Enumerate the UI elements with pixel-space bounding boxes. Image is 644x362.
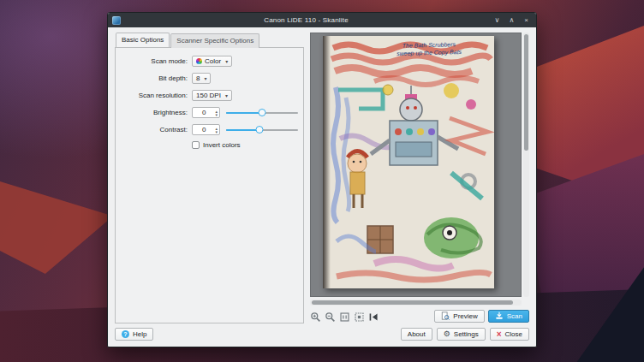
vertical-scrollbar-thumb[interactable] [524,34,528,151]
scan-icon [495,312,504,320]
contrast-slider[interactable] [226,124,298,135]
scan-mode-label: Scan mode: [121,57,188,65]
crayon-drawing [323,36,494,288]
tab-scanner-specific-options[interactable]: Scanner Specific Options [170,33,259,48]
help-button-label: Help [133,330,146,338]
scan-mode-value: Color [205,57,221,65]
brightness-spinbox[interactable]: 0 ▴▾ [192,107,220,118]
scan-resolution-row: Scan resolution: 150 DPI ▾ [121,90,298,101]
window-content: Basic Options Scanner Specific Options S… [108,27,536,347]
close-icon: × [497,330,502,339]
spinner-arrows[interactable]: ▴▾ [215,127,219,134]
brightness-slider[interactable] [226,107,298,118]
scan-resolution-value: 150 DPI [196,92,221,99]
scanned-image: The Bath Scrubbers sweep up the Copy Bat… [323,36,494,288]
contrast-label: Contrast: [121,126,188,134]
scan-mode-row: Scan mode: Color ▾ [121,56,298,67]
wallpaper-shape [524,154,644,300]
app-icon [112,16,121,25]
brightness-value: 0 [193,109,215,116]
desktop: Canon LiDE 110 - Skanlite ∨ ∧ × Basic Op… [0,0,644,362]
bit-depth-label: Bit depth: [121,74,188,82]
close-window-icon[interactable]: × [521,13,532,27]
chevron-down-icon: ▾ [225,92,228,98]
scan-button-label: Scan [507,312,522,320]
skanlite-window: Canon LiDE 110 - Skanlite ∨ ∧ × Basic Op… [107,12,537,347]
close-button-label: Close [505,330,522,338]
tab-basic-options[interactable]: Basic Options [116,33,170,47]
about-button[interactable]: About [401,328,432,341]
spinner-arrows[interactable]: ▴▾ [215,110,219,116]
zoom-in-icon[interactable] [310,311,321,322]
contrast-slider-handle[interactable] [256,126,264,134]
preview-column: The Bath Scrubbers sweep up the Copy Bat… [310,33,529,323]
bit-depth-row: Bit depth: 8 ▾ [121,73,298,84]
brightness-slider-handle[interactable] [259,109,266,116]
selection-arrow-icon[interactable] [368,311,379,322]
maximize-icon[interactable]: ∧ [506,13,517,27]
invert-colors-checkbox[interactable] [192,141,200,149]
invert-colors-row: Invert colors [192,141,298,149]
preview-toolbar: Preview Scan [310,308,529,323]
scan-resolution-select[interactable]: 150 DPI ▾ [192,90,232,101]
dialog-button-row: ? Help About ⚙ Settings × Close [115,328,529,341]
options-column: Basic Options Scanner Specific Options S… [115,33,304,323]
titlebar[interactable]: Canon LiDE 110 - Skanlite ∨ ∧ × [108,13,536,27]
window-title: Canon LiDE 110 - Skanlite [124,16,488,24]
color-mode-icon [196,58,202,64]
help-icon: ? [122,330,129,338]
zoom-original-icon[interactable] [339,311,350,322]
scan-mode-select[interactable]: Color ▾ [192,56,232,67]
preview-button-label: Preview [453,312,477,320]
settings-button[interactable]: ⚙ Settings [437,328,486,341]
preview-button[interactable]: Preview [434,310,484,323]
about-button-label: About [408,330,426,338]
invert-colors-label[interactable]: Invert colors [203,141,241,149]
zoom-out-icon[interactable] [325,311,336,322]
contrast-spinbox[interactable]: 0 ▴▾ [192,124,220,135]
preview-doc-icon [441,312,450,320]
zoom-fit-icon[interactable] [354,311,365,322]
scan-resolution-label: Scan resolution: [121,92,188,99]
tab-bar: Basic Options Scanner Specific Options [116,33,304,47]
chevron-down-icon: ▾ [204,75,206,81]
brightness-label: Brightness: [121,109,188,116]
close-button[interactable]: × Close [490,328,529,341]
preview-area[interactable]: The Bath Scrubbers sweep up the Copy Bat… [310,33,522,297]
vertical-scrollbar[interactable] [523,33,529,297]
drawing-caption: The Bath Scrubbers sweep up the Copy Bat… [369,40,489,58]
settings-button-label: Settings [454,330,479,338]
chevron-down-icon: ▾ [225,58,228,64]
wallpaper-shape [0,158,113,274]
minimize-icon[interactable]: ∨ [492,13,503,27]
scan-button[interactable]: Scan [488,310,529,323]
brightness-row: Brightness: 0 ▴▾ [121,107,298,118]
basic-options-panel: Scan mode: Color ▾ Bit depth: 8 ▾ [115,47,304,323]
contrast-value: 0 [193,126,215,134]
horizontal-scrollbar[interactable] [310,300,522,306]
help-button[interactable]: ? Help [115,328,153,341]
bit-depth-value: 8 [196,74,200,82]
gear-icon: ⚙ [444,330,450,338]
contrast-row: Contrast: 0 ▴▾ [121,124,298,135]
bit-depth-select[interactable]: 8 ▾ [192,73,211,84]
horizontal-scrollbar-thumb[interactable] [312,300,513,305]
